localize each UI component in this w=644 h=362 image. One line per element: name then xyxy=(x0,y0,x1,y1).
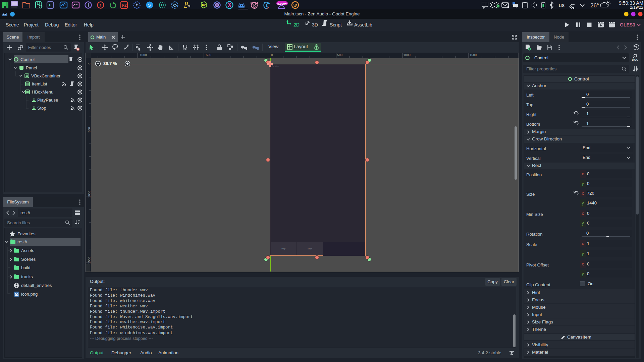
svg-text:9,999+: 9,999+ xyxy=(277,2,287,5)
svg-text:S: S xyxy=(148,3,151,8)
svg-text:FZ: FZ xyxy=(122,3,127,7)
svg-text:PC: PC xyxy=(202,4,206,7)
svg-text:26°: 26° xyxy=(590,2,599,9)
svg-text:DOC: DOC xyxy=(632,58,638,61)
svg-text:us: us xyxy=(559,2,565,8)
